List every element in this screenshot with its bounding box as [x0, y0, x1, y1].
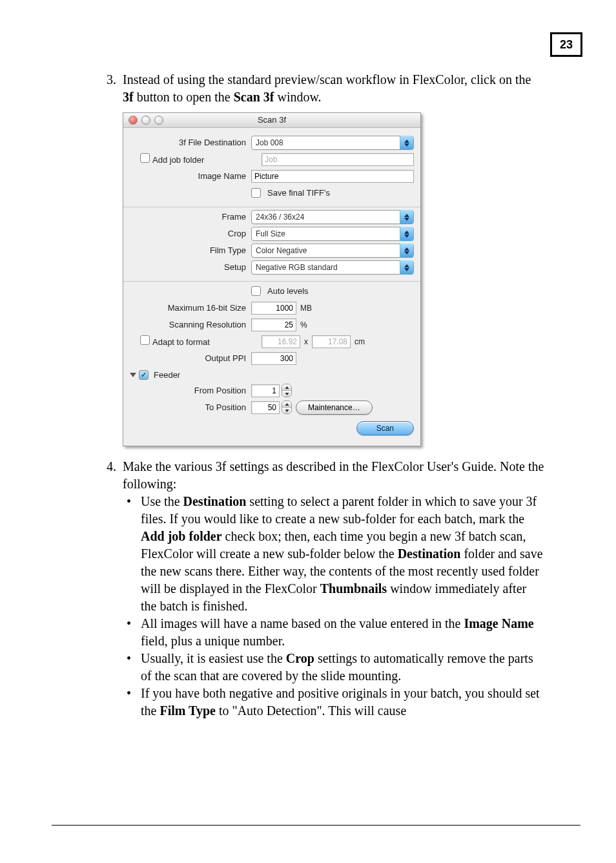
destination-select[interactable]: Job 008: [251, 136, 414, 150]
maintenance-button[interactable]: Maintenance…: [296, 400, 373, 415]
from-pos-input[interactable]: [251, 384, 280, 397]
x-label: x: [304, 337, 308, 347]
label-frame: Frame: [130, 211, 251, 223]
label-setup: Setup: [130, 262, 251, 273]
list-number: 3.: [97, 71, 123, 106]
feeder-disclosure[interactable]: Feeder: [130, 369, 414, 381]
label-output-ppi: Output PPI: [130, 353, 251, 364]
label-image-name: Image Name: [130, 171, 251, 182]
window-title: Scan 3f: [258, 115, 286, 125]
feeder-checkbox[interactable]: [139, 370, 149, 380]
crop-select[interactable]: Full Size: [251, 227, 414, 241]
to-pos-stepper[interactable]: [251, 400, 292, 414]
list-item: Usually, it is easiest use the Crop sett…: [123, 650, 545, 685]
stepper-down-icon[interactable]: [282, 407, 291, 413]
chevron-updown-icon: [400, 260, 413, 275]
list-item: If you have both negative and positive o…: [123, 685, 545, 720]
label-film-type: Film Type: [130, 245, 251, 256]
footer-rule: [52, 825, 580, 826]
stepper-down-icon[interactable]: [282, 390, 291, 397]
label-adapt: Adapt to format: [152, 337, 210, 347]
chevron-down-icon: [130, 373, 136, 377]
max-size-input[interactable]: [251, 302, 296, 315]
chevron-updown-icon: [400, 136, 413, 150]
unit-mb: MB: [300, 303, 312, 313]
step-3-text: Instead of using the standard preview/sc…: [123, 71, 545, 106]
step-4-bullets: Use the Destination setting to select a …: [123, 493, 545, 720]
stepper-up-icon[interactable]: [282, 384, 291, 390]
adapt-checkbox[interactable]: [140, 335, 150, 345]
output-ppi-input[interactable]: [251, 352, 296, 365]
add-job-folder-checkbox[interactable]: [140, 153, 150, 163]
film-type-select[interactable]: Color Negative: [251, 244, 414, 258]
setup-select[interactable]: Negative RGB standard: [251, 260, 414, 275]
label-scan-res: Scanning Resolution: [130, 319, 251, 331]
label-from-pos: From Position: [130, 385, 251, 397]
frame-select[interactable]: 24x36 / 36x24: [251, 210, 414, 224]
list-item: All images will have a name based on the…: [123, 615, 545, 650]
adapt-w-input[interactable]: [262, 335, 300, 348]
minimize-icon[interactable]: [141, 116, 150, 125]
page-content: 3. Instead of using the standard preview…: [97, 71, 545, 726]
label-destination: 3f File Destination: [130, 137, 251, 149]
label-to-pos: To Position: [130, 402, 251, 413]
label-crop: Crop: [130, 228, 251, 240]
scan-button[interactable]: Scan: [356, 421, 414, 435]
list-number: 4.: [97, 458, 123, 720]
job-input[interactable]: [262, 153, 414, 166]
unit-cm: cm: [354, 337, 365, 347]
list-item: Use the Destination setting to select a …: [123, 493, 545, 615]
label-feeder: Feeder: [154, 369, 180, 381]
adapt-h-input[interactable]: [312, 335, 351, 348]
unit-percent: %: [300, 320, 307, 330]
from-pos-stepper[interactable]: [251, 384, 292, 397]
scan-res-input[interactable]: [251, 318, 296, 331]
label-save-final: Save final TIFF's: [267, 187, 330, 199]
zoom-icon[interactable]: [154, 116, 163, 125]
chevron-updown-icon: [400, 210, 413, 224]
label-auto-levels: Auto levels: [267, 286, 309, 297]
step-4-intro: Make the various 3f settings as describe…: [123, 458, 545, 493]
image-name-input[interactable]: [251, 170, 414, 183]
chevron-updown-icon: [400, 227, 413, 241]
step-3: 3. Instead of using the standard preview…: [97, 71, 545, 106]
to-pos-input[interactable]: [251, 401, 280, 414]
close-icon[interactable]: [128, 116, 138, 125]
step-4: 4. Make the various 3f settings as descr…: [97, 458, 545, 720]
label-max-size: Maximum 16-bit Size: [130, 302, 251, 314]
window-titlebar: Scan 3f: [123, 113, 420, 128]
save-final-checkbox[interactable]: [251, 188, 261, 198]
auto-levels-checkbox[interactable]: [251, 286, 261, 296]
chevron-updown-icon: [400, 244, 413, 258]
scan3f-screenshot: Scan 3f 3f File Destination Job 008: [123, 112, 423, 446]
add-job-folder-row: Add job folder: [130, 153, 262, 166]
page-number: 23: [550, 32, 580, 57]
mac-window: Scan 3f 3f File Destination Job 008: [123, 112, 421, 446]
stepper-up-icon[interactable]: [282, 401, 291, 407]
